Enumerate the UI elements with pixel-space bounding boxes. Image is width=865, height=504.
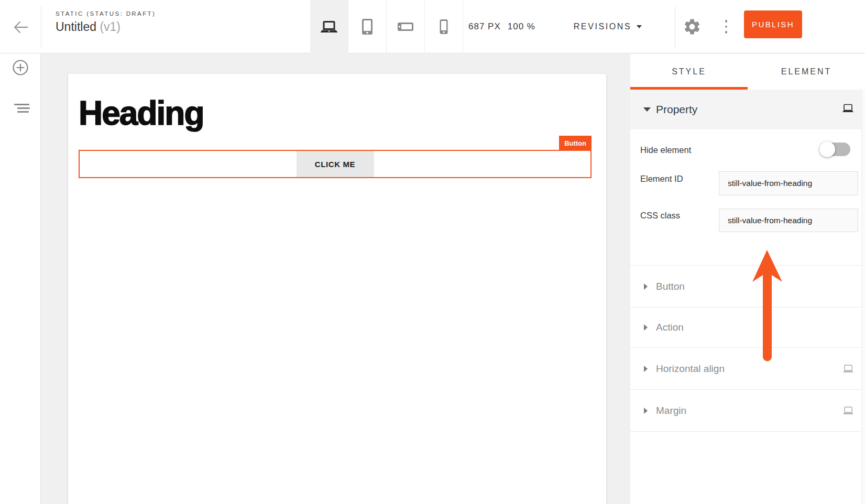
- device-desktop-button[interactable]: [310, 0, 348, 53]
- section-horizontal-align[interactable]: Horizontal align: [630, 347, 865, 389]
- gear-icon: [683, 17, 702, 36]
- page-version: (v1): [100, 20, 121, 34]
- page-outline-button[interactable]: [0, 100, 41, 118]
- zoom-level-value: 100 %: [508, 21, 535, 32]
- divider: [41, 6, 41, 47]
- phone-icon: [439, 19, 448, 35]
- caret-right-icon: [644, 408, 648, 414]
- tablet-portrait-icon: [361, 18, 374, 35]
- chevron-down-icon: [637, 25, 642, 28]
- left-toolbar: [0, 53, 41, 504]
- divider: [675, 6, 675, 47]
- selected-element-tag: Button: [559, 136, 592, 151]
- property-section-title: Property: [656, 103, 697, 116]
- top-toolbar: STATIC (STATUS: DRAFT) Untitled (v1): [0, 0, 865, 53]
- viewport-width-value: 687 PX: [468, 21, 501, 32]
- inspector-tabs: STYLE ELEMENT: [630, 54, 865, 90]
- tablet-landscape-icon: [397, 22, 414, 31]
- device-tablet-portrait-button[interactable]: [348, 0, 387, 53]
- page-title: Untitled (v1): [56, 20, 156, 34]
- inspector-panel: STYLE ELEMENT Property Hide element Elem…: [630, 54, 865, 504]
- back-button[interactable]: [12, 20, 29, 35]
- revisions-dropdown[interactable]: REVISIONS: [541, 0, 675, 53]
- desktop-breakpoint-icon: [842, 364, 854, 376]
- element-id-label: Element ID: [640, 174, 683, 184]
- css-class-input[interactable]: [719, 209, 858, 232]
- page-title-block: STATIC (STATUS: DRAFT) Untitled (v1): [56, 10, 156, 34]
- tab-style[interactable]: STYLE: [630, 54, 748, 90]
- publish-button[interactable]: PUBLISH: [744, 10, 802, 38]
- settings-button[interactable]: [683, 17, 702, 36]
- tab-element[interactable]: ELEMENT: [748, 54, 865, 90]
- caret-right-icon: [644, 283, 648, 290]
- caret-down-icon: [643, 107, 651, 112]
- section-margin[interactable]: Margin: [630, 389, 865, 431]
- caret-right-icon: [644, 324, 648, 331]
- plus-circle-icon: [12, 59, 29, 76]
- property-section-header[interactable]: Property: [630, 90, 861, 129]
- page-status: STATIC (STATUS: DRAFT): [56, 10, 156, 17]
- section-button[interactable]: Button: [630, 265, 865, 307]
- kebab-icon: [725, 20, 728, 23]
- property-section-body: Hide element Element ID CSS class: [630, 129, 865, 265]
- desktop-breakpoint-icon: [842, 104, 854, 115]
- hide-element-label: Hide element: [640, 145, 691, 155]
- laptop-icon: [320, 20, 338, 34]
- device-tablet-landscape-button[interactable]: [387, 0, 425, 53]
- canvas-button-element[interactable]: CLICK ME: [297, 151, 374, 177]
- canvas-workspace: Heading Button CLICK ME: [41, 53, 630, 504]
- collapsed-sections: Button Action Horizontal align Margin: [630, 265, 865, 432]
- caret-right-icon: [644, 366, 648, 372]
- outline-icon: [14, 104, 29, 105]
- more-options-button[interactable]: [720, 16, 732, 37]
- panel-scrollbar[interactable]: [861, 90, 865, 504]
- viewport-size-indicator: 687 PX 100 %: [463, 0, 541, 53]
- section-action[interactable]: Action: [630, 307, 865, 347]
- arrow-left-icon: [12, 20, 29, 35]
- selected-element-outline[interactable]: Button CLICK ME: [79, 150, 592, 178]
- page-canvas[interactable]: Heading Button CLICK ME: [68, 74, 606, 504]
- css-class-label: CSS class: [640, 211, 680, 221]
- device-preview-switcher: [310, 0, 463, 53]
- hide-element-toggle[interactable]: [820, 143, 850, 156]
- canvas-heading-element[interactable]: Heading: [79, 94, 203, 133]
- toggle-knob: [819, 141, 835, 157]
- add-element-button[interactable]: [12, 59, 29, 76]
- device-phone-button[interactable]: [425, 0, 463, 53]
- element-id-input[interactable]: [719, 171, 858, 195]
- desktop-breakpoint-icon: [842, 406, 854, 418]
